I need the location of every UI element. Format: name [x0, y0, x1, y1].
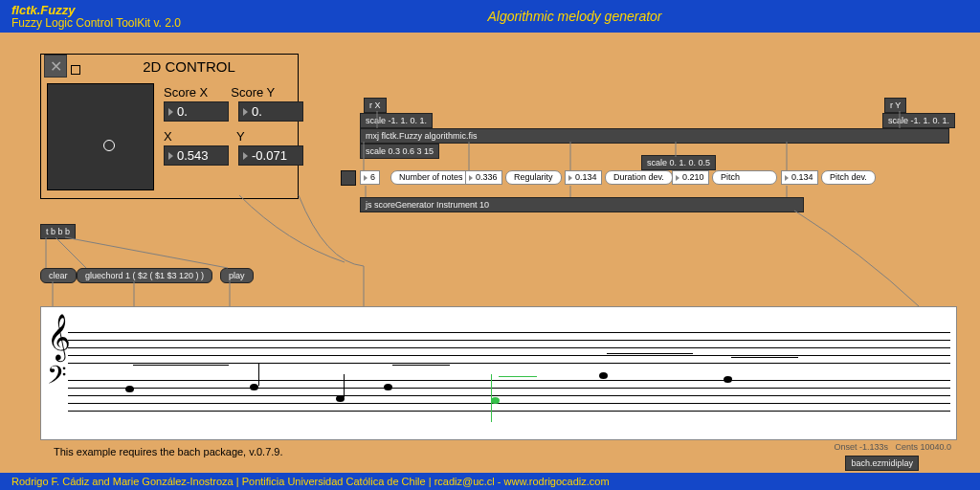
duration-dev-value[interactable]: 0.134 [565, 170, 602, 185]
scale-x[interactable]: scale -1. 1. 0. 1. [360, 113, 433, 128]
lock-icon[interactable] [71, 65, 80, 75]
gluechord-message[interactable]: gluechord 1 ( $2 ( $1 $3 120 ) ) [77, 268, 212, 283]
receive-y[interactable]: r Y [884, 98, 906, 113]
pitch-label: Pitch [712, 170, 777, 185]
treble-staff [68, 326, 950, 374]
triangle-icon [785, 175, 789, 181]
score-y-value[interactable]: 0. [238, 101, 303, 122]
y-value[interactable]: -0.071 [238, 145, 303, 166]
triangle-icon [168, 108, 173, 116]
bass-clef-icon: 𝄢 [47, 363, 67, 393]
duration-dev-label: Duration dev. [605, 170, 673, 185]
triangle-icon [676, 175, 679, 181]
close-icon[interactable]: ✕ [44, 55, 67, 78]
control-2d-title: 2D CONTROL [80, 58, 298, 75]
triangle-icon [568, 175, 572, 181]
onset-value: Onset -1.133s [834, 442, 888, 452]
trigger-bang[interactable]: t b b b [40, 224, 76, 239]
receive-x[interactable]: r X [364, 98, 387, 113]
ezmidiplay[interactable]: bach.ezmidiplay [845, 456, 919, 471]
triangle-icon [469, 175, 473, 181]
triangle-icon [243, 152, 248, 160]
pitch-value[interactable]: 0.210 [672, 170, 709, 185]
cents-value: Cents 10040.0 [895, 442, 951, 452]
clear-button[interactable]: clear [40, 268, 77, 283]
play-button[interactable]: play [220, 268, 254, 283]
scale-notes[interactable]: scale 0.3 0.6 3 15 [360, 144, 439, 159]
regularity-label: Regularity [505, 170, 562, 185]
num-notes-label: Number of notes [390, 170, 472, 185]
score-y-label: Score Y [231, 85, 275, 100]
status-text: Onset -1.133s Cents 10040.0 [834, 442, 951, 452]
bach-score[interactable]: 𝄞 𝄢 [40, 306, 957, 440]
pitch-dev-value[interactable]: 0.134 [781, 170, 818, 185]
patch-title: Algorithmic melody generator [181, 9, 969, 24]
regularity-value[interactable]: 0.336 [465, 170, 502, 185]
scale-pitch[interactable]: scale 0. 1. 0. 0.5 [641, 155, 716, 170]
footer-credits: Rodrigo F. Cádiz and Marie González-Inos… [11, 476, 610, 487]
title-bar: flctk.Fuzzy Fuzzy Logic Control ToolKit … [0, 0, 980, 33]
app-subtitle: Fuzzy Logic Control ToolKit v. 2.0 [11, 17, 181, 30]
x-label: X [164, 129, 227, 144]
triangle-icon [364, 175, 368, 181]
score-x-label: Score X [164, 85, 208, 100]
patcher-area: ✕ 2D CONTROL Score X Score Y 0. 0. X Y 0… [0, 33, 980, 473]
triangle-icon [243, 108, 248, 116]
footer-bar: Rodrigo F. Cádiz and Marie González-Inos… [0, 473, 980, 490]
num-notes-value[interactable]: 6 [360, 170, 380, 185]
y-label: Y [236, 129, 245, 144]
fuzzy-object[interactable]: mxj flctk.Fuzzy algorithmic.fis [360, 128, 949, 144]
app-name: flctk.Fuzzy [11, 4, 181, 17]
score-x-value[interactable]: 0. [164, 101, 229, 122]
scale-y[interactable]: scale -1. 1. 0. 1. [882, 113, 955, 128]
bass-staff [68, 374, 950, 422]
playhead-cursor [491, 374, 492, 422]
score-generator[interactable]: js scoreGenerator Instrument 10 [360, 197, 804, 212]
triangle-icon [168, 152, 173, 160]
toggle-button[interactable] [341, 170, 356, 186]
pitch-dev-label: Pitch dev. [821, 170, 876, 185]
x-value[interactable]: 0.543 [164, 145, 229, 166]
control-2d-panel: ✕ 2D CONTROL Score X Score Y 0. 0. X Y 0… [40, 54, 299, 199]
requirement-text: This example requires the bach package, … [54, 446, 283, 457]
xy-cursor [103, 140, 115, 151]
xy-pad[interactable] [47, 83, 154, 190]
